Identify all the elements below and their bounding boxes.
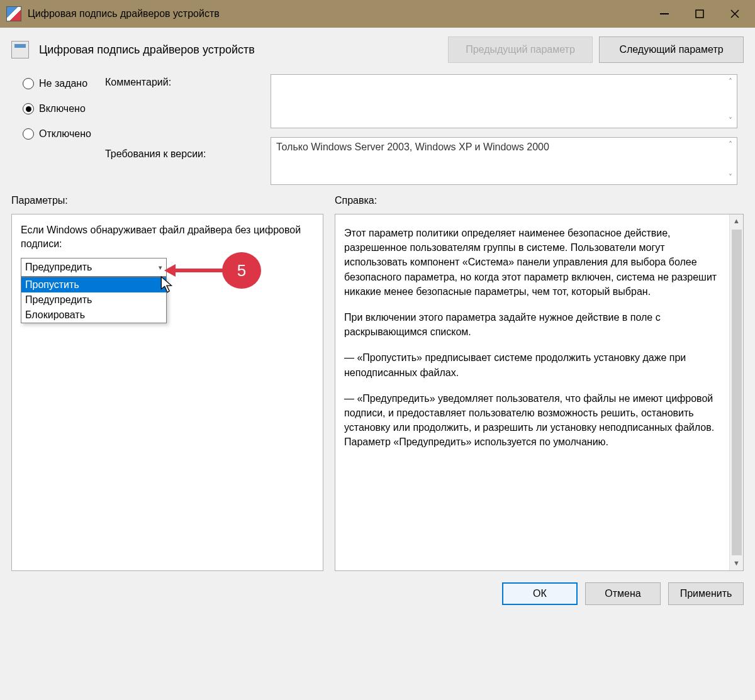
policy-title: Цифровая подпись драйверов устройств <box>39 43 442 57</box>
help-scrollbar[interactable]: ▲ ▼ <box>729 214 743 570</box>
window-title: Цифровая подпись драйверов устройств <box>28 8 647 19</box>
radio-icon <box>23 128 34 140</box>
config-area: Не задано Включено Отключено Комментарий… <box>0 68 755 189</box>
next-setting-button[interactable]: Следующий параметр <box>599 36 744 63</box>
svg-rect-0 <box>660 13 669 14</box>
signing-action-dropdown-wrap: Предупредить ▾ Пропустить Предупредить Б… <box>21 258 167 277</box>
dropdown-option-skip[interactable]: Пропустить <box>21 277 166 292</box>
help-section-label: Справка: <box>335 195 377 206</box>
help-paragraph: — «Пропустить» предписывает системе прод… <box>344 350 725 379</box>
arrow-head-icon <box>164 264 176 277</box>
radio-label: Не задано <box>39 78 87 89</box>
svg-rect-1 <box>696 10 703 18</box>
ok-button[interactable]: ОК <box>502 582 578 605</box>
comment-label: Комментарий: <box>105 74 257 88</box>
state-radio-group: Не задано Включено Отключено <box>23 74 91 185</box>
scroll-indicator: ˄˅ <box>724 138 737 184</box>
apply-button[interactable]: Применить <box>668 582 744 605</box>
dropdown-list: Пропустить Предупредить Блокировать <box>21 277 167 323</box>
version-label: Требования к версии: <box>105 146 257 160</box>
dialog-footer: ОК Отмена Применить <box>0 577 755 616</box>
radio-enabled[interactable]: Включено <box>23 103 91 114</box>
titlebar: Цифровая подпись драйверов устройств <box>0 0 755 28</box>
dropdown-option-block[interactable]: Блокировать <box>21 308 166 323</box>
radio-icon <box>23 103 34 114</box>
mouse-cursor-icon <box>160 276 174 296</box>
signing-action-dropdown[interactable]: Предупредить ▾ <box>21 258 167 277</box>
radio-disabled[interactable]: Отключено <box>23 128 91 140</box>
scroll-up-icon[interactable]: ▲ <box>730 214 743 228</box>
scroll-indicator: ˄˅ <box>724 75 737 128</box>
dialog-window: Цифровая подпись драйверов устройств Циф… <box>0 0 755 700</box>
arrow-line <box>176 269 225 272</box>
cancel-button[interactable]: Отмена <box>585 582 661 605</box>
help-panel: Этот параметр политики определяет наимен… <box>335 214 744 571</box>
fields-values: ˄˅ Только Windows Server 2003, Windows X… <box>271 74 737 185</box>
policy-header-icon <box>11 41 29 58</box>
chevron-down-icon: ▾ <box>159 263 162 271</box>
policy-icon <box>6 6 21 21</box>
fields-column: Комментарий: Требования к версии: <box>105 74 257 185</box>
comment-textarea[interactable]: ˄˅ <box>271 74 737 128</box>
minimize-button[interactable] <box>647 2 682 26</box>
close-button[interactable] <box>717 2 752 26</box>
radio-label: Отключено <box>39 128 91 140</box>
annotation-callout: 5 <box>164 252 261 289</box>
maximize-button[interactable] <box>682 2 717 26</box>
section-headers: Параметры: Справка: <box>0 189 755 209</box>
radio-icon <box>23 78 34 89</box>
previous-setting-button[interactable]: Предыдущий параметр <box>448 36 593 63</box>
dropdown-option-warn[interactable]: Предупредить <box>21 292 166 308</box>
scrollbar-thumb[interactable] <box>732 230 742 555</box>
options-panel: Если Windows обнаруживает файл драйвера … <box>11 214 323 571</box>
dropdown-selected: Предупредить <box>25 262 92 273</box>
version-requirements-box: Только Windows Server 2003, Windows XP и… <box>271 137 737 185</box>
radio-not-configured[interactable]: Не задано <box>23 78 91 89</box>
nav-row: Цифровая подпись драйверов устройств Пре… <box>0 28 755 68</box>
help-paragraph: — «Предупредить» уведомляет пользователя… <box>344 391 725 450</box>
version-text: Только Windows Server 2003, Windows XP и… <box>276 142 549 152</box>
options-section-label: Параметры: <box>11 195 323 206</box>
annotation-bubble: 5 <box>222 252 261 289</box>
panels-row: Если Windows обнаруживает файл драйвера … <box>0 209 755 577</box>
help-paragraph: При включении этого параметра задайте ну… <box>344 310 725 339</box>
radio-label: Включено <box>39 103 86 114</box>
option-description: Если Windows обнаруживает файл драйвера … <box>21 223 314 252</box>
help-paragraph: Этот параметр политики определяет наимен… <box>344 226 725 299</box>
scroll-down-icon[interactable]: ▼ <box>730 557 743 570</box>
